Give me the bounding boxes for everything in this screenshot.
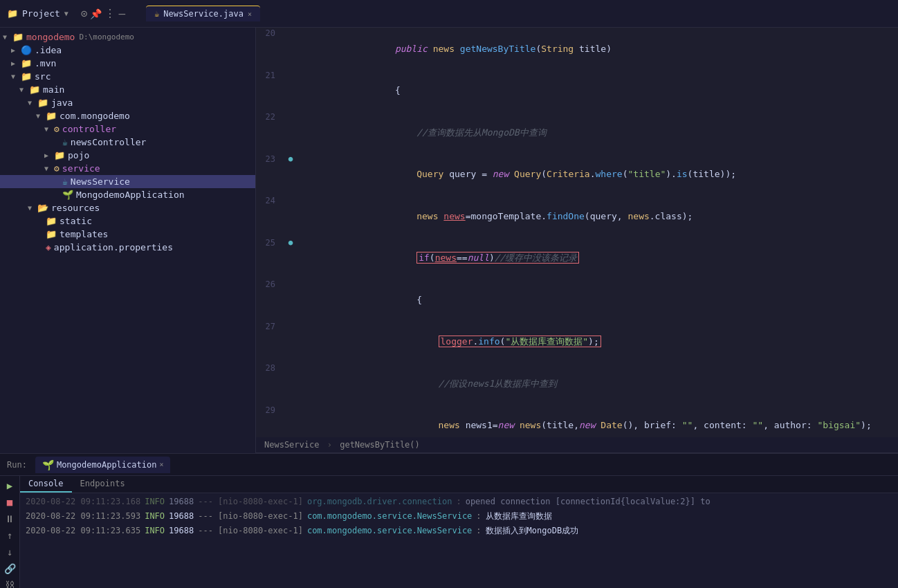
table-row: 29 news news1=new news(title,new Date(),… <box>256 405 898 438</box>
controller-icon: ⚙ <box>54 124 59 134</box>
arrow-icon: ▼ <box>44 125 51 133</box>
bottom-main: ▶ ■ ⏸ ↑ ↓ 🔗 ⛓ Console Endpoints 2020-08-… <box>0 476 898 588</box>
line-marker <box>284 405 297 438</box>
controller-label: controller <box>62 124 116 134</box>
pojo-label: pojo <box>68 150 89 160</box>
run-tab-close[interactable]: × <box>159 461 163 468</box>
arrow-icon: ▼ <box>28 99 35 107</box>
line-number: 25 <box>256 237 284 279</box>
line-marker <box>284 321 297 363</box>
log-class: com.mongodemo.service.NewsService <box>307 524 472 538</box>
spring-run-icon: 🌱 <box>42 459 54 470</box>
log-area: 2020-08-22 09:11:23.168 INFO 19688 --- [… <box>20 493 898 588</box>
tab-newsservice[interactable]: ☕ NewsService.java × <box>146 6 260 21</box>
bottom-left-toolbar: ▶ ■ ⏸ ↑ ↓ 🔗 ⛓ <box>0 476 20 588</box>
sidebar-item-idea[interactable]: ▶ 🔵 .idea <box>0 44 255 57</box>
dropdown-arrow[interactable]: ▼ <box>64 10 68 17</box>
arrow-icon: ▼ <box>11 73 18 80</box>
breadcrumb: NewsService › getNewsByTitle() <box>256 437 898 453</box>
sidebar-item-src[interactable]: ▼ 📁 src <box>0 70 255 83</box>
scroll-up-button[interactable]: ↑ <box>3 530 17 541</box>
log-thread: --- [nio-8080-exec-1] <box>198 510 303 523</box>
arrow-icon: ▼ <box>28 204 35 212</box>
log-level: INFO <box>145 524 165 538</box>
line-number: 23 <box>256 154 284 196</box>
sidebar-root[interactable]: ▼ 📁 mongodemo D:\mongodemo <box>0 30 255 44</box>
sidebar-item-resources[interactable]: ▼ 📂 resources <box>0 201 255 214</box>
bottom-tabs-header: Run: 🌱 MongodemoApplication × <box>0 454 898 476</box>
sidebar-item-mvn[interactable]: ▶ 📁 .mvn <box>0 57 255 70</box>
code-line-content: { <box>297 279 898 321</box>
appprops-label: application.properties <box>54 242 173 252</box>
sidebar-item-main[interactable]: ▼ 📁 main <box>0 83 255 96</box>
sidebar-item-service[interactable]: ▼ ⚙ service <box>0 162 255 175</box>
bottom-panel: Run: 🌱 MongodemoApplication × ▶ ■ ⏸ ↑ ↓ … <box>0 453 898 588</box>
log-pid: 19688 <box>169 495 194 508</box>
sidebar-item-com[interactable]: ▼ 📁 com.mongodemo <box>0 109 255 122</box>
run-tab[interactable]: 🌱 MongodemoApplication × <box>35 457 171 473</box>
code-line-content: { <box>297 70 898 112</box>
resources-label: resources <box>51 203 100 213</box>
scroll-down-button[interactable]: ↓ <box>3 546 17 558</box>
idea-label: .idea <box>35 45 62 55</box>
stop-button[interactable]: ■ <box>3 497 17 508</box>
breadcrumb-file: NewsService <box>264 440 319 450</box>
sidebar-item-mongodemo-app[interactable]: ▶ 🌱 MongodemoApplication <box>0 188 255 201</box>
line-number: 26 <box>256 279 284 321</box>
tab-close-button[interactable]: × <box>248 10 252 18</box>
sidebar-item-static[interactable]: ▶ 📁 static <box>0 214 255 228</box>
minimize-icon[interactable]: — <box>118 7 125 20</box>
arrow-icon: ▼ <box>3 33 10 41</box>
src-label: src <box>35 71 51 82</box>
restart-button[interactable]: ▶ <box>3 480 17 491</box>
code-editor[interactable]: 20 public news getNewsByTitle(String tit… <box>256 28 898 437</box>
sidebar-item-pojo[interactable]: ▶ 📁 pojo <box>0 149 255 162</box>
code-line-content: public news getNewsByTitle(String title) <box>297 28 898 70</box>
project-label[interactable]: Project <box>22 8 60 19</box>
mvn-icon: 📁 <box>21 58 32 68</box>
newscontroller-label: newsController <box>71 137 147 147</box>
line-marker <box>284 279 297 321</box>
sidebar-item-controller[interactable]: ▼ ⚙ controller <box>0 122 255 136</box>
log-tabs: Console Endpoints <box>20 476 898 493</box>
code-line-content: news news=mongoTemplate.findOne(query, n… <box>297 195 898 237</box>
log-level: INFO <box>145 510 165 523</box>
sidebar-item-templates[interactable]: ▶ 📁 templates <box>0 228 255 241</box>
sidebar-item-appprops[interactable]: ▶ ◈ application.properties <box>0 241 255 254</box>
code-line-content: logger.info("从数据库查询数据"); <box>297 321 898 363</box>
main-content: ▼ 📁 mongodemo D:\mongodemo ▶ 🔵 .idea ▶ 📁… <box>0 28 898 453</box>
resources-icon: 📂 <box>37 203 48 213</box>
sidebar-item-newsservice[interactable]: ▶ ☕ NewsService <box>0 175 255 188</box>
target-icon[interactable]: ⊙ <box>81 7 88 20</box>
com-icon: 📁 <box>46 111 57 121</box>
pin-icon[interactable]: 📌 <box>90 8 102 19</box>
log-row: 2020-08-22 09:11:23.593 INFO 19688 --- [… <box>20 509 898 524</box>
tab-endpoints[interactable]: Endpoints <box>72 476 134 493</box>
service-label: service <box>62 163 100 174</box>
table-row: 27 logger.info("从数据库查询数据"); <box>256 321 898 363</box>
mvn-label: .mvn <box>35 58 56 68</box>
line-number: 22 <box>256 111 284 154</box>
line-marker <box>284 28 297 70</box>
app-label: MongodemoApplication <box>76 190 185 200</box>
code-line-content: news news1=new news(title,new Date(), br… <box>297 405 898 438</box>
static-icon: 📁 <box>46 216 57 226</box>
tab-console[interactable]: Console <box>20 476 72 493</box>
link2-button[interactable]: ⛓ <box>3 580 17 588</box>
link1-button[interactable]: 🔗 <box>3 563 17 574</box>
templates-icon: 📁 <box>46 229 57 239</box>
newsservice-icon: ☕ <box>62 176 68 187</box>
line-marker <box>284 362 297 405</box>
sidebar-item-newscontroller[interactable]: ▶ ☕ newsController <box>0 136 255 149</box>
arrow-icon: ▶ <box>44 151 51 159</box>
log-level: INFO <box>145 495 165 508</box>
arrow-icon: ▼ <box>44 165 51 172</box>
run-label: Run: <box>7 460 27 470</box>
pojo-icon: 📁 <box>54 150 65 160</box>
props-icon: ◈ <box>46 242 51 252</box>
line-marker <box>284 70 297 112</box>
sidebar-item-java[interactable]: ▼ 📁 java <box>0 96 255 109</box>
more-icon[interactable]: ⋮ <box>104 7 116 20</box>
run-tab-label: MongodemoApplication <box>57 460 157 470</box>
pause-button[interactable]: ⏸ <box>3 513 17 524</box>
